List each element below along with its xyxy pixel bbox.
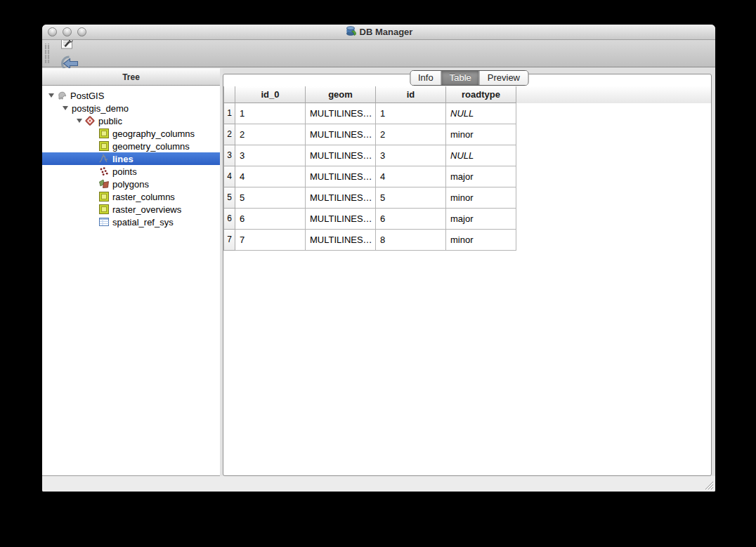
- row-number-cell[interactable]: 6: [223, 209, 235, 230]
- row-number-cell[interactable]: 1: [223, 103, 235, 124]
- tree-item-PostGIS[interactable]: PostGIS: [42, 89, 220, 102]
- close-button[interactable]: [48, 27, 57, 37]
- tree-item-spatial_ref_sys[interactable]: spatial_ref_sys: [42, 216, 220, 228]
- cell-id[interactable]: 2: [376, 124, 446, 145]
- tree-item-label: raster_overviews: [111, 204, 181, 215]
- tree-item-points[interactable]: points: [42, 165, 220, 178]
- status-bar: [42, 476, 715, 492]
- tree-item-label: PostGIS: [69, 91, 104, 101]
- cell-id_0[interactable]: 2: [235, 124, 306, 145]
- cell-id[interactable]: 5: [376, 187, 446, 209]
- geometry-table-icon: [98, 128, 111, 139]
- cell-geom[interactable]: MULTILINES…: [306, 209, 376, 230]
- cell-roadtype[interactable]: NULL: [446, 103, 516, 124]
- tree-item-postgis_demo[interactable]: postgis_demo: [42, 102, 220, 114]
- tree-item-raster_columns[interactable]: raster_columns: [42, 190, 220, 203]
- tab-preview[interactable]: Preview: [479, 71, 528, 85]
- disclosure-triangle-icon[interactable]: [46, 93, 56, 98]
- tree-panel-header[interactable]: Tree: [42, 68, 220, 86]
- column-header-geom[interactable]: geom: [306, 86, 376, 103]
- window-title: DB Manager: [360, 27, 413, 37]
- toolbar-drag-handle[interactable]: [44, 44, 50, 63]
- cell-id_0[interactable]: 6: [235, 209, 306, 230]
- grid-row-filler: [516, 187, 711, 209]
- tree-item-label: geography_columns: [111, 128, 195, 139]
- cell-geom[interactable]: MULTILINES…: [306, 187, 376, 209]
- tree-item-raster_overviews[interactable]: raster_overviews: [42, 203, 220, 216]
- grid-row-filler: [516, 103, 711, 124]
- cell-roadtype[interactable]: major: [446, 209, 516, 230]
- table-row: 11MULTILINES…1NULL: [223, 103, 711, 124]
- toolbar: [42, 40, 715, 67]
- grid-row-filler: [516, 124, 711, 145]
- data-grid: id_0geomidroadtype11MULTILINES…1NULL22MU…: [223, 86, 711, 251]
- tree-item-geography_columns[interactable]: geography_columns: [42, 127, 220, 140]
- tree-item-label: public: [97, 116, 122, 126]
- cell-roadtype[interactable]: major: [446, 166, 516, 187]
- tab-info[interactable]: Info: [410, 71, 441, 85]
- row-number-cell[interactable]: 3: [223, 145, 235, 166]
- tree-item-label: spatial_ref_sys: [111, 217, 174, 228]
- geometry-table-icon: [98, 204, 111, 215]
- cell-id_0[interactable]: 4: [235, 166, 306, 187]
- titlebar[interactable]: DB Manager: [42, 25, 715, 40]
- content-area: Tree PostGISpostgis_demopublicgeography_…: [42, 68, 715, 476]
- traffic-lights: [48, 27, 86, 37]
- row-number-cell[interactable]: 2: [223, 124, 235, 145]
- db-manager-icon: [345, 25, 356, 39]
- cell-roadtype[interactable]: minor: [446, 124, 516, 145]
- cell-geom[interactable]: MULTILINES…: [306, 166, 376, 187]
- tab-bar: InfoTablePreview: [410, 70, 528, 86]
- grid-row-filler: [516, 209, 711, 230]
- column-header-roadtype[interactable]: roadtype: [446, 86, 516, 103]
- main-panel: InfoTablePreview id_0geomidroadtype11MUL…: [223, 68, 715, 476]
- grid-header-row: id_0geomidroadtype: [223, 86, 711, 103]
- postgis-elephant-icon: [56, 90, 69, 101]
- tree-dock: Tree PostGISpostgis_demopublicgeography_…: [42, 68, 220, 476]
- tab-table[interactable]: Table: [441, 71, 479, 85]
- cell-id_0[interactable]: 1: [235, 103, 306, 124]
- row-number-cell[interactable]: 7: [223, 230, 235, 251]
- tree-item-lines[interactable]: lines: [42, 152, 220, 165]
- table-row: 77MULTILINES…8minor: [223, 230, 711, 251]
- row-number-cell[interactable]: 4: [223, 166, 235, 187]
- desktop: { "window": { "title": "DB Manager" }, "…: [0, 0, 756, 547]
- db-tree: PostGISpostgis_demopublicgeography_colum…: [42, 86, 220, 476]
- minimize-button[interactable]: [63, 27, 72, 37]
- cell-id_0[interactable]: 5: [235, 187, 306, 209]
- cell-id[interactable]: 1: [376, 103, 446, 124]
- tree-item-geometry_columns[interactable]: geometry_columns: [42, 140, 220, 152]
- cell-id[interactable]: 4: [376, 166, 446, 187]
- cell-id[interactable]: 3: [376, 145, 446, 166]
- tree-item-polygons[interactable]: polygons: [42, 178, 220, 190]
- cell-id[interactable]: 6: [376, 209, 446, 230]
- tree-item-label: geometry_columns: [111, 141, 190, 152]
- grid-corner-cell: [223, 86, 235, 103]
- table-row: 44MULTILINES…4major: [223, 166, 711, 187]
- cell-id[interactable]: 8: [376, 230, 446, 251]
- tree-item-label: points: [111, 166, 137, 177]
- zoom-button[interactable]: [77, 27, 86, 37]
- cell-geom[interactable]: MULTILINES…: [306, 124, 376, 145]
- cell-roadtype[interactable]: minor: [446, 187, 516, 209]
- column-header-id_0[interactable]: id_0: [235, 86, 306, 103]
- cell-geom[interactable]: MULTILINES…: [306, 230, 376, 251]
- grid-row-filler: [516, 166, 711, 187]
- db-manager-window: DB Manager Tree PostGISpostgis_demopubli…: [42, 25, 715, 492]
- resize-grip[interactable]: [703, 480, 714, 490]
- disclosure-triangle-icon[interactable]: [74, 119, 84, 123]
- cell-geom[interactable]: MULTILINES…: [306, 103, 376, 124]
- schema-icon: [84, 115, 97, 126]
- cell-roadtype[interactable]: minor: [446, 230, 516, 251]
- disclosure-triangle-icon[interactable]: [60, 106, 70, 110]
- cell-id_0[interactable]: 7: [235, 230, 306, 251]
- cell-roadtype[interactable]: NULL: [446, 145, 516, 166]
- cell-id_0[interactable]: 3: [235, 145, 306, 166]
- tree-item-public[interactable]: public: [42, 114, 220, 127]
- column-header-id[interactable]: id: [376, 86, 446, 103]
- row-number-cell[interactable]: 5: [223, 187, 235, 209]
- lines-icon: [98, 153, 111, 164]
- table-row: 66MULTILINES…6major: [223, 209, 711, 230]
- tree-item-label: raster_columns: [111, 192, 175, 202]
- cell-geom[interactable]: MULTILINES…: [306, 145, 376, 166]
